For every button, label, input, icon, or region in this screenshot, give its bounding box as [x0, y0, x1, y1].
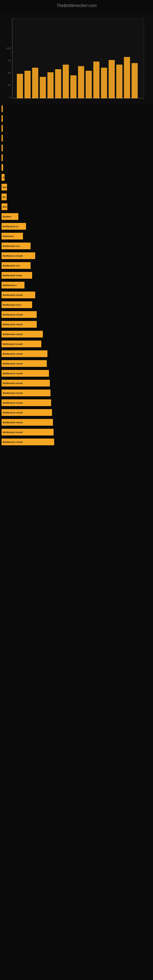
bar-fill: Bottleneck res [2, 262, 30, 269]
svg-rect-7 [24, 71, 30, 98]
bar-row: Bottlenec [2, 232, 151, 240]
bar-row: Bottleneck resu [2, 301, 151, 309]
bar-text: Bot [3, 205, 7, 208]
bar-row [2, 153, 151, 162]
bar-fill: Bottleneck result [2, 419, 53, 426]
bar-row: Bottleneck r [2, 281, 151, 290]
bar-fill [2, 125, 3, 132]
bar-row: Bottleneck res [2, 261, 151, 270]
bar-fill: Bottlenec [2, 233, 23, 240]
bar-row: Bottleneck result [2, 310, 151, 319]
bar-text: Bottleneck result [3, 323, 22, 326]
svg-rect-20 [124, 57, 130, 98]
bar-fill: Bo [2, 194, 7, 200]
bar-row: Bot [2, 202, 151, 211]
bar-fill: Bot [2, 204, 7, 210]
site-title: TheBottlenecker.com [0, 0, 153, 13]
bar-fill: Bottleneck result [2, 380, 50, 387]
svg-text:100: 100 [6, 47, 11, 50]
bar-text: Bottleneck result [3, 431, 22, 434]
bar-text: Bottleneck result [3, 411, 22, 414]
bars-section: BBotBoBotBottlenBottleneck reBottlenecBo… [0, 105, 153, 447]
bar-row: Bottleneck res [2, 242, 151, 250]
bar-row: Bottleneck result [2, 291, 151, 299]
bar-fill: Bottleneck res [2, 243, 30, 249]
bar-text: Bottlenec [3, 235, 14, 238]
svg-rect-6 [17, 74, 23, 98]
bar-fill: Bottleneck result [2, 360, 47, 367]
bar-text: Bot [3, 186, 7, 189]
bar-fill: Bottleneck re [2, 223, 26, 230]
bar-row: Bottleneck result [2, 438, 151, 446]
bar-fill: Bottleneck resul [2, 272, 32, 279]
bar-text: Bottleneck result [3, 333, 22, 336]
bar-row: Bottleneck result [2, 369, 151, 378]
bar-fill: Bottleneck result [2, 331, 43, 337]
chart-area: 0 25 50 75 100 [0, 13, 153, 105]
svg-rect-13 [70, 75, 76, 98]
bar-row: Bottleneck result [2, 408, 151, 417]
svg-rect-18 [108, 60, 115, 98]
bar-text: Bottleneck result [3, 372, 22, 375]
bar-row [2, 163, 151, 172]
svg-rect-15 [86, 71, 92, 98]
bar-text: Bottleneck resul [3, 274, 22, 277]
bar-text: Bottleneck result [3, 353, 22, 355]
svg-text:75: 75 [8, 59, 11, 62]
bar-text: Bottleneck res [3, 245, 19, 247]
svg-rect-10 [48, 72, 54, 98]
bar-row: Bo [2, 192, 151, 201]
bar-fill: Bottlen [2, 213, 18, 220]
bar-row: Bottleneck resul [2, 271, 151, 280]
bar-fill: Bottleneck r [2, 282, 24, 288]
bar-row: Bottleneck result [2, 398, 151, 407]
bar-fill: Bot [2, 184, 7, 191]
bar-text: Bottleneck result [3, 401, 22, 404]
bar-row [2, 134, 151, 142]
bar-row: B [2, 173, 151, 181]
bar-row: Bottleneck result [2, 320, 151, 329]
svg-rect-17 [101, 68, 107, 98]
bar-fill [2, 164, 3, 171]
bar-text: Bottleneck result [3, 441, 22, 444]
bar-row: Bottleneck result [2, 418, 151, 426]
bar-row: Bottleneck re [2, 222, 151, 231]
bar-row [2, 124, 151, 133]
bar-fill: Bottleneck result [2, 390, 51, 396]
bar-text: Bottleneck re [3, 225, 18, 228]
bar-text: Bottlen [3, 215, 11, 218]
svg-rect-19 [116, 65, 123, 98]
bar-text: Bottleneck result [3, 392, 22, 395]
bar-fill [2, 145, 3, 151]
svg-rect-8 [32, 68, 38, 98]
bar-row: Bottleneck result [2, 428, 151, 436]
page-container: TheBottlenecker.com [0, 0, 153, 447]
bar-fill: Bottleneck result [2, 321, 37, 328]
bar-text: Bottleneck r [3, 284, 17, 286]
svg-rect-16 [93, 62, 99, 98]
bar-row: Bot [2, 183, 151, 191]
bar-text: Bottleneck result [3, 313, 22, 316]
bar-text: Bottleneck result [3, 343, 22, 345]
bar-text: B [3, 176, 5, 179]
bar-row [2, 114, 151, 123]
bar-text: Bottleneck result [3, 362, 22, 365]
bar-row [2, 105, 151, 113]
bar-fill: Bottleneck result [2, 340, 41, 347]
bar-fill: Bottleneck result [2, 370, 49, 377]
bar-row: Bottleneck result [2, 350, 151, 358]
svg-rect-21 [132, 63, 138, 98]
bar-row: Bottleneck result [2, 379, 151, 387]
bar-text: Bottleneck result [3, 294, 22, 296]
svg-rect-9 [40, 77, 46, 98]
bar-fill: Bottleneck result [2, 409, 52, 416]
bar-fill: Bottleneck result [2, 429, 54, 436]
bar-fill [2, 135, 3, 142]
bar-row: Bottleneck result [2, 251, 151, 260]
bar-fill: Bottleneck result [2, 311, 37, 318]
bar-row: Bottleneck result [2, 389, 151, 397]
bar-text: Bottleneck result [3, 255, 22, 257]
bar-fill: B [2, 174, 5, 181]
svg-text:50: 50 [8, 72, 11, 75]
bar-fill: Bottleneck result [2, 439, 54, 445]
